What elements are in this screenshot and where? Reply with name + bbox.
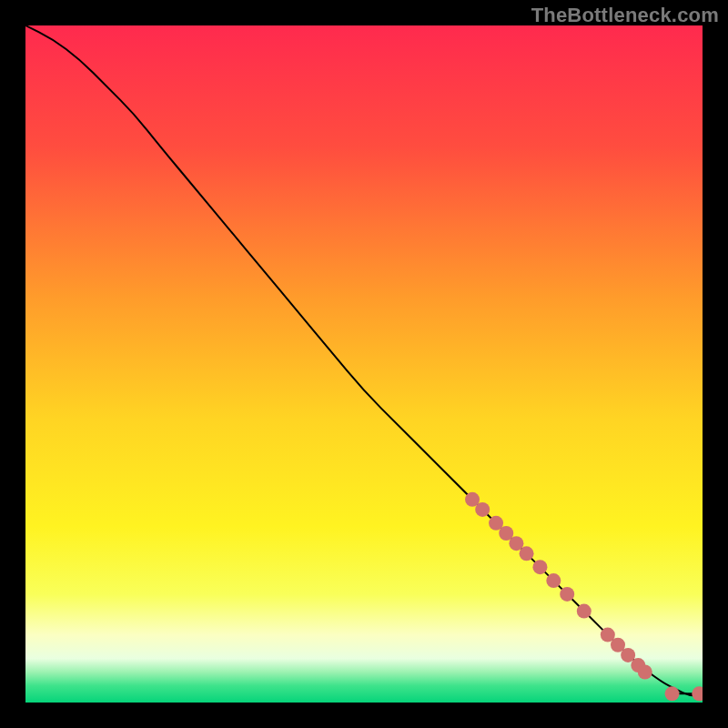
chart-stage: TheBottleneck.com xyxy=(0,0,728,728)
data-dot xyxy=(475,502,490,517)
data-dot xyxy=(665,686,680,701)
plot-area xyxy=(25,25,703,703)
data-dot xyxy=(520,546,534,561)
data-dot xyxy=(638,665,652,680)
data-dot xyxy=(546,573,561,588)
data-dot xyxy=(692,686,703,701)
dots-layer xyxy=(465,492,703,702)
data-dot xyxy=(560,587,574,602)
curve-layer xyxy=(25,25,703,696)
plot-overlay xyxy=(25,25,703,703)
data-dot xyxy=(532,560,547,574)
data-dot xyxy=(577,604,592,619)
watermark-text: TheBottleneck.com xyxy=(531,4,719,27)
curve-path xyxy=(25,25,703,696)
